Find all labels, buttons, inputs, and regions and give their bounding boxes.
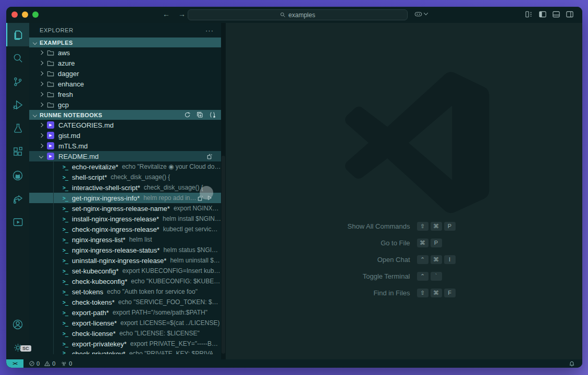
cell-name: check-privatekey* xyxy=(72,350,126,354)
keycap: ⌘ xyxy=(431,289,442,297)
runme-notebook-icon: ▶ xyxy=(47,142,54,149)
chevron-right-icon xyxy=(39,82,43,86)
search-icon xyxy=(12,52,24,64)
folder-row[interactable]: dagger xyxy=(29,68,221,79)
cell-row[interactable]: >_check-tokens*echo "SERVICE_FOO_TOKEN: … xyxy=(29,297,221,307)
activity-account[interactable] xyxy=(6,312,29,336)
activity-runme[interactable] xyxy=(6,210,29,234)
activity-share[interactable] xyxy=(6,187,29,210)
notebook-row[interactable]: ▶README.md xyxy=(29,151,221,161)
cell-row[interactable]: >_interactive-shell-script*check_disk_us… xyxy=(29,182,221,193)
terminal-icon: >_ xyxy=(63,341,68,347)
cell-row[interactable]: >_get-nginx-ingress-info*helm repo add i… xyxy=(29,193,221,203)
terminal-icon: >_ xyxy=(63,320,68,326)
terminal-icon: >_ xyxy=(63,258,68,264)
copilot-menu[interactable] xyxy=(414,10,427,18)
cell-row[interactable]: >_nginx-ingress-list*helm list xyxy=(29,234,221,245)
customize-layout-icon[interactable] xyxy=(525,10,533,18)
cell-row[interactable]: >_nginx-ingress-release-status*helm stat… xyxy=(29,245,221,255)
folder-row[interactable]: enhance xyxy=(29,79,221,89)
notebook-row[interactable]: ▶gist.md xyxy=(29,130,221,141)
braces-icon[interactable] xyxy=(209,111,216,118)
errors-icon xyxy=(29,360,35,367)
activity-bar xyxy=(6,23,29,359)
shortcut-row: Go to File⌘P xyxy=(235,234,582,251)
terminal-icon: >_ xyxy=(63,227,68,232)
activity-testing[interactable] xyxy=(6,117,29,140)
vscode-window: ← → examples xyxy=(6,7,582,368)
notifications-bell[interactable] xyxy=(569,360,575,367)
keycap: I xyxy=(444,255,456,264)
minimize-button[interactable] xyxy=(22,11,28,18)
chevron-down-icon xyxy=(424,11,428,15)
cell-row[interactable]: >_set-tokensecho "Auth token for service… xyxy=(29,286,221,297)
terminal-icon: >_ xyxy=(63,299,68,305)
cell-row[interactable]: >_check-kubeconfig*echo "KUBECONFIG: $KU… xyxy=(29,276,221,286)
runme-play-icon xyxy=(12,216,24,228)
notebook-row[interactable]: ▶CATEGORIES.md xyxy=(29,120,221,130)
ports-count: 0 xyxy=(69,360,72,367)
chevron-right-icon xyxy=(39,71,43,76)
cell-row[interactable]: >_check-privatekey*echo "PRIVATE_KEY: $P… xyxy=(29,349,221,354)
problems-indicator[interactable]: 0 0 xyxy=(29,360,55,367)
cell-name: uninstall-nginx-ingress-release* xyxy=(72,257,166,265)
cell-row[interactable]: >_export-path*export PATH="/some/path:$P… xyxy=(29,307,221,318)
notebook-row[interactable]: ▶mTLS.md xyxy=(29,141,221,151)
more-actions-icon[interactable]: ··· xyxy=(205,27,214,34)
folder-icon xyxy=(47,70,54,77)
activity-explorer[interactable] xyxy=(6,23,29,46)
cell-row[interactable]: >_check-nginx-ingress-release*kubectl ge… xyxy=(29,224,221,234)
cell-command: export PRIVATE_KEY="-----BEGIN ... xyxy=(130,340,221,347)
folder-row[interactable]: aws xyxy=(29,47,221,58)
shortcut-keys: ⇧⌘F xyxy=(417,289,583,297)
activity-extensions[interactable] xyxy=(6,140,29,164)
folder-row[interactable]: azure xyxy=(29,58,221,68)
folder-row[interactable]: fresh xyxy=(29,89,221,99)
terminal-icon: >_ xyxy=(63,237,68,243)
folder-row[interactable]: gcp xyxy=(29,99,221,110)
open-markdown-icon[interactable] xyxy=(206,153,213,160)
cell-row[interactable]: >_shell-script*check_disk_usage() { xyxy=(29,172,221,182)
cell-row[interactable]: >_install-nginx-ingress-release*helm ins… xyxy=(29,214,221,224)
share-arrow-icon xyxy=(11,193,24,205)
section-runme-notebooks[interactable]: RUNME NOTEBOOKS xyxy=(29,110,221,120)
activity-source-control[interactable] xyxy=(6,70,29,93)
cell-command: echo "KUBECONFIG: $KUBECONF... xyxy=(131,278,221,285)
keycap: ⌃ xyxy=(417,272,428,281)
sidebar-scrollbar[interactable] xyxy=(221,23,226,359)
cell-row[interactable]: >_set-kubeconfig*export KUBECONFIG=Inser… xyxy=(29,266,221,276)
account-icon xyxy=(11,318,24,331)
cell-row[interactable]: >_uninstall-nginx-ingress-release*helm u… xyxy=(29,255,221,266)
zoom-button[interactable] xyxy=(32,11,39,18)
refresh-icon[interactable] xyxy=(184,111,191,118)
open-notebook-icon[interactable] xyxy=(197,111,203,118)
ports-indicator[interactable]: 0 xyxy=(60,360,72,367)
cell-row[interactable]: >_check-license*echo "LICENSE: $LICENSE" xyxy=(29,328,221,339)
runme-notebook-icon: ▶ xyxy=(47,132,54,139)
toggle-primary-sidebar-icon[interactable] xyxy=(538,10,547,18)
cell-row[interactable]: >_set-nginx-ingress-release-name*export … xyxy=(29,203,221,214)
activity-github[interactable] xyxy=(6,164,29,187)
search-value: examples xyxy=(288,11,315,19)
scrollbar-thumb[interactable] xyxy=(222,156,225,354)
cell-command: export NGINX_ING... xyxy=(174,205,221,212)
toggle-secondary-sidebar-icon[interactable] xyxy=(566,10,574,18)
cell-row[interactable]: >_echo-revitalize*echo "Revitalize ◉ you… xyxy=(29,161,221,172)
forward-button[interactable]: → xyxy=(178,10,186,18)
terminal-icon: >_ xyxy=(63,289,68,295)
cell-name: get-nginx-ingress-info* xyxy=(72,194,140,202)
section-examples[interactable]: EXAMPLES xyxy=(29,38,221,47)
cell-command: echo "Auth token for service foo" xyxy=(107,288,198,295)
toggle-panel-icon[interactable] xyxy=(552,10,560,18)
activity-search[interactable] xyxy=(6,46,29,70)
cell-row[interactable]: >_export-privatekey*export PRIVATE_KEY="… xyxy=(29,339,221,349)
cell-command: helm repo add ingress... xyxy=(143,194,197,202)
beaker-icon xyxy=(12,122,24,134)
warnings-count: 0 xyxy=(52,360,55,367)
command-center-search[interactable]: examples xyxy=(188,9,408,20)
back-button[interactable]: ← xyxy=(163,10,170,18)
activity-run-debug[interactable] xyxy=(6,93,29,117)
close-button[interactable] xyxy=(11,11,18,18)
remote-indicator[interactable]: >< xyxy=(6,359,23,368)
cell-row[interactable]: >_export-license*export LICENSE=$(cat ..… xyxy=(29,318,221,328)
